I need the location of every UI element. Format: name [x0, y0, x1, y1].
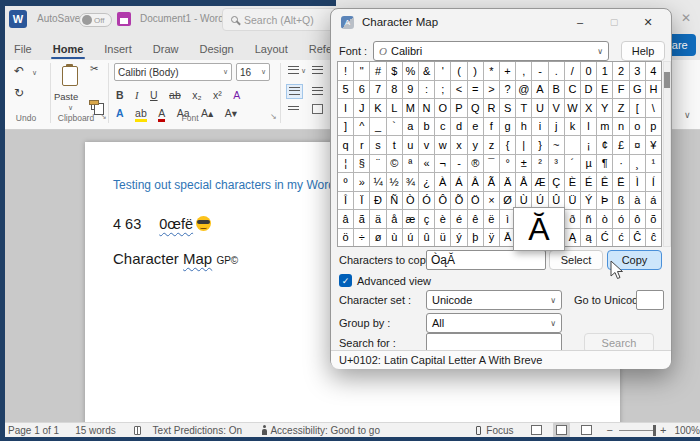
charmap-cell[interactable]: ö — [338, 229, 353, 247]
charmap-cell[interactable]: ½ — [387, 173, 402, 191]
charmap-cell[interactable]: È — [565, 173, 580, 191]
charmap-cell[interactable]: > — [484, 81, 499, 99]
charmap-cell[interactable]: ) — [468, 62, 483, 80]
tab-layout[interactable]: Layout — [255, 43, 288, 55]
charmap-cell[interactable]: û — [419, 229, 434, 247]
charmap-cell[interactable]: L — [387, 99, 402, 117]
charmap-cell[interactable]: Ô — [435, 192, 450, 210]
charmap-cell[interactable]: Æ — [532, 173, 547, 191]
charmap-cell[interactable]: { — [500, 136, 515, 154]
read-mode-button[interactable] — [528, 422, 545, 438]
advanced-view-checkbox[interactable]: ✓ — [339, 274, 352, 287]
charmap-cell[interactable]: H — [646, 81, 661, 99]
charmap-cell[interactable]: ± — [516, 155, 531, 173]
highlight-color-button[interactable]: ab — [135, 107, 147, 122]
charmap-cell[interactable]: h — [516, 118, 531, 136]
character-set-dropdown[interactable]: Unicode ∨ — [426, 290, 562, 310]
undo-button[interactable]: ↶ — [14, 64, 24, 78]
charmap-cell[interactable]: & — [419, 62, 434, 80]
charmap-cell[interactable]: ¹ — [646, 155, 661, 173]
charmap-cell[interactable]: ó — [613, 210, 628, 228]
charmap-cell[interactable]: ` — [387, 118, 402, 136]
tab-file[interactable]: File — [14, 43, 32, 55]
charmap-cell[interactable]: Î — [338, 192, 353, 210]
charmap-cell[interactable]: w — [435, 136, 450, 154]
charmap-cell[interactable]: B — [549, 81, 564, 99]
charmap-cell[interactable]: Ë — [613, 173, 628, 191]
charmap-cell[interactable]: ð — [565, 210, 580, 228]
charmap-cell[interactable]: ¢ — [597, 136, 612, 154]
underline-button[interactable]: U — [150, 89, 158, 101]
charmap-cell[interactable]: Ð — [370, 192, 385, 210]
clipboard-launcher-icon[interactable]: ↘ — [100, 112, 107, 121]
charmap-titlebar[interactable]: A Character Map – ▢ ✕ — [331, 9, 671, 35]
charmap-cell[interactable]: J — [354, 99, 369, 117]
charmap-cell[interactable]: R — [484, 99, 499, 117]
charmap-cell[interactable]: O — [435, 99, 450, 117]
charmap-cell[interactable]: t — [387, 136, 402, 154]
charmap-cell[interactable]: 2 — [613, 62, 628, 80]
charmap-cell[interactable]: ô — [630, 210, 645, 228]
charmap-cell[interactable]: : — [419, 81, 434, 99]
charmap-cell[interactable]: 3 — [630, 62, 645, 80]
charmap-cell[interactable]: Ü — [565, 192, 580, 210]
charmap-cell[interactable]: f — [484, 118, 499, 136]
charmap-cell[interactable]: ° — [500, 155, 515, 173]
charmap-cell[interactable]: K — [370, 99, 385, 117]
charmap-cell[interactable]: ' — [435, 62, 450, 80]
charmap-cell[interactable]: ª — [403, 155, 418, 173]
borders-button[interactable] — [312, 104, 323, 114]
charmap-cell[interactable]: r — [354, 136, 369, 154]
charmap-cell[interactable]: ¼ — [370, 173, 385, 191]
chevron-down-icon[interactable]: ∨ — [32, 69, 37, 77]
charmap-cell[interactable]: ý — [451, 229, 466, 247]
charmap-cell[interactable]: ? — [500, 81, 515, 99]
charmap-cell[interactable]: ¬ — [435, 155, 450, 173]
charmap-cell[interactable]: _ — [370, 118, 385, 136]
charmap-cell[interactable]: / — [565, 62, 580, 80]
charmap-cell[interactable]: C — [565, 81, 580, 99]
charmap-cell[interactable]: õ — [646, 210, 661, 228]
charmap-cell[interactable]: ć — [613, 229, 628, 247]
tab-draw[interactable]: Draw — [153, 43, 179, 55]
charmap-cell[interactable]: 0 — [581, 62, 596, 80]
charmap-cell[interactable]: Ò — [403, 192, 418, 210]
charmap-cell[interactable]: ã — [354, 210, 369, 228]
close-button[interactable]: ✕ — [631, 9, 665, 35]
charmap-cell[interactable]: N — [419, 99, 434, 117]
charmap-cell[interactable]: 8 — [387, 81, 402, 99]
charmap-cell[interactable]: É — [581, 173, 596, 191]
charmap-cell[interactable]: g — [500, 118, 515, 136]
charmap-cell[interactable]: Z — [613, 99, 628, 117]
charmap-cell[interactable]: ç — [419, 210, 434, 228]
charmap-cell[interactable]: = — [468, 81, 483, 99]
charmap-cell[interactable]: · — [613, 155, 628, 173]
charmap-cell[interactable]: Ì — [630, 173, 645, 191]
charmap-cell[interactable]: Ï — [354, 192, 369, 210]
web-layout-button[interactable] — [578, 422, 595, 438]
charmap-cell[interactable]: Í — [646, 173, 661, 191]
charmap-cell[interactable]: . — [549, 62, 564, 80]
charmap-cell[interactable]: × — [484, 192, 499, 210]
charmap-cell[interactable]: ÷ — [354, 229, 369, 247]
charmap-cell[interactable]: ! — [338, 62, 353, 80]
charmap-cell[interactable]: c — [435, 118, 450, 136]
bullets-button[interactable] — [288, 66, 299, 75]
charmap-cell[interactable]: ¶ — [597, 155, 612, 173]
charmap-cell[interactable]: s — [370, 136, 385, 154]
charmap-cell[interactable]: Ą — [565, 229, 580, 247]
italic-button[interactable]: I — [135, 90, 139, 101]
charmap-cell[interactable]: ¡ — [581, 136, 596, 154]
charmap-cell[interactable]: + — [500, 62, 515, 80]
charmap-cell[interactable]: » — [354, 173, 369, 191]
charmap-cell[interactable]: á — [646, 192, 661, 210]
group-by-dropdown[interactable]: All ∨ — [426, 313, 562, 333]
charmap-cell[interactable]: ; — [435, 81, 450, 99]
page-indicator[interactable]: Page 1 of 1 — [8, 425, 59, 436]
charmap-cell[interactable]: ÿ — [484, 229, 499, 247]
charmap-cell[interactable]: z — [484, 136, 499, 154]
charmap-cell[interactable]: è — [435, 210, 450, 228]
charmap-cell[interactable]: þ — [468, 229, 483, 247]
chevron-down-icon[interactable]: ∨ — [301, 67, 306, 75]
word-close-button[interactable]: ✕ — [676, 8, 696, 28]
